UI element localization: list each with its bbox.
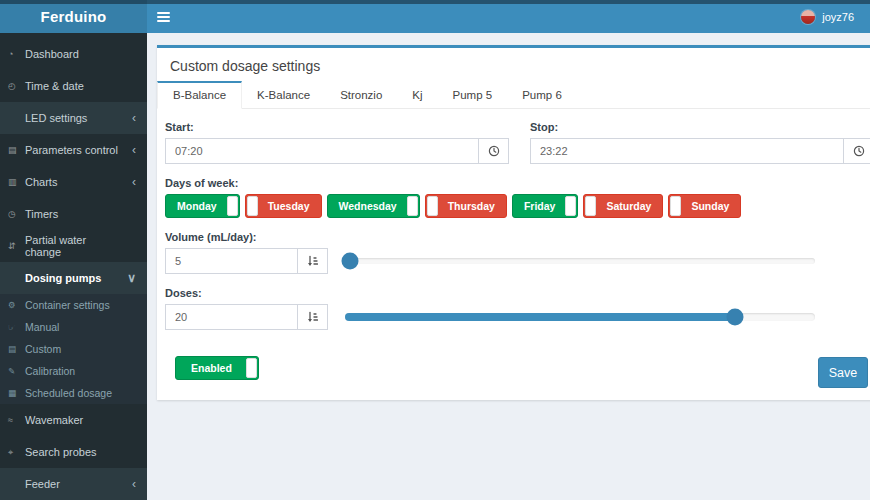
toggle-thursday[interactable]: Thursday	[425, 194, 507, 218]
save-button[interactable]: Save	[818, 357, 868, 388]
hand-icon: ☞	[8, 322, 25, 332]
volume-input[interactable]	[166, 249, 297, 273]
chevron-left-icon: ‹	[132, 176, 136, 188]
sidebar-item-parameters-control[interactable]: ▤ Parameters control ‹	[0, 134, 147, 166]
gear-icon: ⚙	[8, 300, 25, 310]
page-title: Custom dosage settings	[157, 48, 870, 81]
toggle-saturday[interactable]: Saturday	[583, 194, 663, 218]
sidebar-item-charts[interactable]: ▥ Charts ‹	[0, 166, 147, 198]
toggle-handle	[407, 196, 418, 216]
sidebar: ◔ Dashboard ◴ Time & date LED settings ‹…	[0, 33, 147, 500]
sliders-icon: ▤	[8, 145, 25, 155]
clock-icon: ◴	[8, 81, 25, 91]
toggle-handle	[227, 196, 238, 216]
tab-stronzio[interactable]: Stronzio	[325, 81, 397, 109]
tab-pane: Start: Stop:	[157, 109, 870, 380]
dashboard-icon: ◔	[8, 49, 25, 59]
sidebar-item-search-probes[interactable]: ⌖ Search probes	[0, 436, 147, 468]
top-header: Ferduino joyz76	[0, 0, 870, 33]
dosage-tabs: B-Balance K-Balance Stronzio Kj Pump 5 P…	[157, 81, 870, 109]
sort-numeric-icon[interactable]	[297, 305, 327, 329]
days-of-week-toggles: Monday Tuesday Wednesday Thursday Friday	[165, 194, 870, 218]
sidebar-item-partial-water-change[interactable]: ⇵ Partial water change	[0, 230, 147, 262]
user-avatar	[801, 10, 815, 24]
brand-logo[interactable]: Ferduino	[0, 0, 147, 33]
doses-input[interactable]	[166, 305, 297, 329]
calibration-icon: ✎	[8, 366, 25, 376]
sidebar-item-dashboard[interactable]: ◔ Dashboard	[0, 38, 147, 70]
days-of-week-label: Days of week:	[165, 177, 870, 189]
tab-pump-6[interactable]: Pump 6	[507, 81, 577, 109]
toggle-handle	[247, 196, 258, 216]
timer-icon: ◷	[8, 209, 25, 219]
volume-slider-handle[interactable]	[341, 253, 358, 270]
sidebar-item-led-settings[interactable]: LED settings ‹	[0, 102, 147, 134]
toggle-tuesday[interactable]: Tuesday	[245, 194, 322, 218]
sidebar-item-feeder[interactable]: Feeder ‹	[0, 468, 147, 500]
sidebar-item-timers[interactable]: ◷ Timers	[0, 198, 147, 230]
start-time-input[interactable]	[166, 139, 478, 163]
navbar: joyz76	[147, 0, 870, 33]
chart-icon: ▥	[8, 177, 25, 187]
wave-icon: ≈	[8, 415, 25, 425]
tab-b-balance[interactable]: B-Balance	[157, 81, 242, 109]
schedule-icon: ▦	[8, 388, 25, 398]
tab-k-balance[interactable]: K-Balance	[242, 81, 325, 109]
username: joyz76	[822, 11, 854, 23]
sidebar-item-custom[interactable]: ▤ Custom	[0, 338, 147, 360]
volume-label: Volume (mL/day):	[165, 231, 870, 243]
user-menu[interactable]: joyz76	[801, 0, 854, 33]
sidebar-item-scheduled-dosage[interactable]: ▦ Scheduled dosage	[0, 382, 147, 404]
sidebar-item-manual[interactable]: ☞ Manual	[0, 316, 147, 338]
enabled-toggle[interactable]: Enabled	[175, 356, 259, 380]
sidebar-item-wavemaker[interactable]: ≈ Wavemaker	[0, 404, 147, 436]
sidebar-item-dosing-pumps[interactable]: Dosing pumps ∨	[0, 262, 147, 294]
volume-slider[interactable]	[345, 258, 815, 264]
start-clock-icon[interactable]	[478, 139, 508, 163]
toggle-friday[interactable]: Friday	[512, 194, 579, 218]
sidebar-item-container-settings[interactable]: ⚙ Container settings	[0, 294, 147, 316]
doses-slider[interactable]	[345, 313, 815, 321]
start-label: Start:	[165, 121, 509, 133]
toggle-wednesday[interactable]: Wednesday	[327, 194, 420, 218]
top-dark-strip	[0, 0, 870, 4]
custom-icon: ▤	[8, 344, 25, 354]
chevron-left-icon: ‹	[132, 144, 136, 156]
tab-kj[interactable]: Kj	[397, 81, 437, 109]
toggle-handle	[427, 196, 438, 216]
tab-pump-5[interactable]: Pump 5	[438, 81, 508, 109]
toggle-monday[interactable]: Monday	[165, 194, 240, 218]
custom-dosage-panel: Custom dosage settings B-Balance K-Balan…	[157, 45, 870, 400]
content-area: Custom dosage settings B-Balance K-Balan…	[147, 33, 870, 500]
stop-label: Stop:	[530, 121, 870, 133]
water-change-icon: ⇵	[8, 241, 25, 251]
sidebar-item-calibration[interactable]: ✎ Calibration	[0, 360, 147, 382]
hamburger-icon[interactable]	[157, 0, 187, 33]
toggle-handle	[585, 196, 596, 216]
doses-label: Doses:	[165, 287, 870, 299]
sort-numeric-icon[interactable]	[297, 249, 327, 273]
toggle-handle	[246, 358, 257, 378]
toggle-sunday[interactable]: Sunday	[668, 194, 741, 218]
chevron-left-icon: ‹	[132, 112, 136, 124]
stop-clock-icon[interactable]	[843, 139, 870, 163]
toggle-handle	[565, 196, 576, 216]
chevron-down-icon: ∨	[127, 272, 136, 284]
chevron-left-icon: ‹	[132, 478, 136, 490]
stop-time-input[interactable]	[531, 139, 843, 163]
toggle-handle	[670, 196, 681, 216]
doses-slider-handle[interactable]	[727, 309, 744, 326]
sidebar-item-time-date[interactable]: ◴ Time & date	[0, 70, 147, 102]
search-icon: ⌖	[8, 447, 25, 458]
